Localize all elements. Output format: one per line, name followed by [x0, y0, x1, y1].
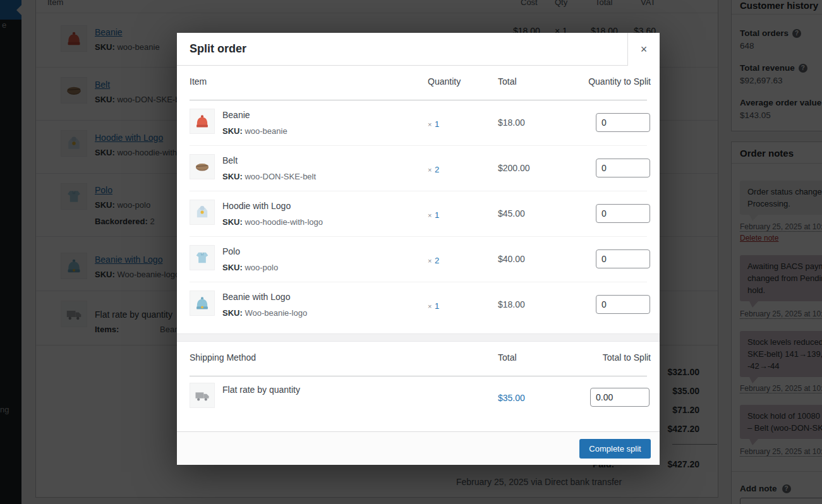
divider [190, 100, 647, 100]
product-quantity: × 2 [428, 255, 439, 266]
modal-col-quantity: Quantity [428, 76, 461, 87]
product-thumbnail [190, 245, 215, 270]
beanie-logo-icon [193, 294, 211, 312]
divider [190, 191, 647, 191]
product-total: $45.00 [498, 208, 525, 219]
admin-order-page: e ng Item Cost Qty Total VAT $18.00 × 1 … [0, 0, 822, 504]
product-name: Polo [222, 246, 240, 256]
beanie-icon [193, 112, 211, 130]
product-thumbnail [190, 109, 215, 134]
divider [190, 236, 647, 237]
shipping-total[interactable]: $35.00 [498, 393, 525, 403]
split-order-modal: Split order × Item Quantity Total Quanti… [177, 33, 660, 465]
modal-col-shipping-method: Shipping Method [190, 352, 256, 363]
product-quantity: × 1 [428, 118, 439, 129]
divider [190, 145, 647, 146]
product-sku: SKU: woo-DON-SKE-belt [222, 172, 316, 181]
product-thumbnail [190, 291, 215, 316]
product-total: $18.00 [498, 117, 525, 128]
shipping-method-name: Flat rate by quantity [222, 385, 300, 395]
modal-col-item: Item [190, 76, 207, 87]
product-total: $40.00 [498, 254, 525, 264]
total-to-split-input[interactable] [590, 388, 650, 407]
product-quantity: × 2 [428, 164, 439, 175]
product-name: Beanie [222, 110, 250, 120]
belt-icon [193, 158, 211, 176]
complete-split-button[interactable]: Complete split [579, 439, 651, 459]
quantity-to-split-input[interactable] [596, 113, 650, 132]
close-icon[interactable]: × [627, 33, 660, 66]
modal-col-split: Quantity to Split [531, 76, 651, 87]
modal-header: Split order × [177, 33, 660, 66]
product-quantity: × 1 [428, 209, 439, 220]
product-sku: SKU: woo-polo [222, 263, 278, 272]
product-thumbnail [190, 154, 215, 179]
modal-col-shipping-total: Total [498, 352, 517, 363]
product-quantity: × 1 [428, 300, 439, 311]
modal-col-total-to-split: Total to Split [531, 352, 651, 363]
shipping-thumbnail [190, 383, 215, 408]
product-name: Beanie with Logo [222, 292, 290, 302]
quantity-to-split-input[interactable] [596, 204, 650, 223]
product-sku: SKU: Woo-beanie-logo [222, 308, 307, 318]
quantity-to-split-input[interactable] [596, 295, 650, 314]
product-name: Belt [222, 155, 238, 165]
product-thumbnail [190, 200, 215, 225]
product-name: Hoodie with Logo [222, 201, 291, 211]
modal-col-total: Total [498, 76, 517, 87]
product-sku: SKU: woo-hoodie-with-logo [222, 217, 323, 227]
product-sku: SKU: woo-beanie [222, 126, 287, 136]
product-total: $18.00 [498, 299, 525, 309]
truck-icon [193, 387, 211, 404]
quantity-to-split-input[interactable] [596, 159, 650, 177]
hoodie-icon [193, 203, 211, 221]
scroll-gap [177, 333, 660, 342]
product-total: $200.00 [498, 163, 530, 173]
modal-title: Split order [190, 42, 246, 56]
polo-icon [193, 249, 211, 267]
divider [190, 376, 647, 376]
quantity-to-split-input[interactable] [596, 249, 650, 268]
divider [190, 282, 647, 282]
